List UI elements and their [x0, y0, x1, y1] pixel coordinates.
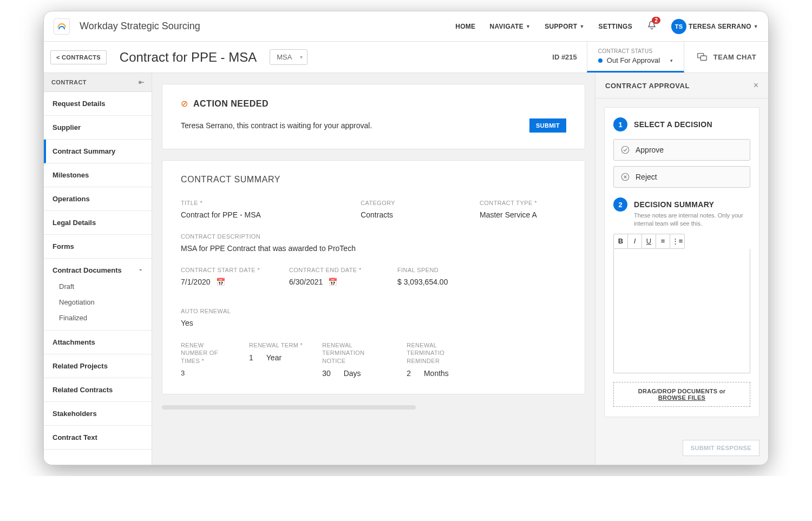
workday-logo — [54, 18, 70, 35]
chevron-down-icon: ⌄ — [139, 266, 143, 274]
submit-button[interactable]: SUBMIT — [529, 118, 566, 133]
sidebar-item-stakeholders[interactable]: Stakeholders — [44, 402, 152, 426]
sidebar-item-operations[interactable]: Operations — [44, 187, 152, 211]
nav-settings[interactable]: SETTINGS — [599, 23, 632, 30]
sidebar-item-forms[interactable]: Forms — [44, 235, 152, 259]
approval-panel-title: CONTRACT APPROVAL — [605, 82, 690, 90]
reject-button[interactable]: Reject — [613, 166, 750, 188]
renewal-notice-unit: Days — [344, 369, 361, 378]
submit-response-button[interactable]: SUBMIT RESPONSE — [683, 440, 759, 456]
sidebar-item-related-projects[interactable]: Related Projects — [44, 354, 152, 378]
renewal-term-num: 1 — [249, 353, 253, 362]
check-circle-icon — [620, 145, 630, 155]
step-2-note: These notes are internal notes. Only you… — [634, 212, 750, 228]
title-value: Contract for PPE - MSA — [181, 210, 339, 219]
step-1-label: SELECT A DECISION — [634, 120, 712, 129]
chevron-down-icon: ▼ — [754, 24, 758, 29]
avatar: TS — [671, 19, 686, 34]
brand-title: Workday Strategic Sourcing — [80, 21, 200, 32]
file-dropzone[interactable]: DRAG/DROP DOCUMENTS or BROWSE FILES — [613, 382, 750, 407]
sidebar-item-contract-documents[interactable]: Contract Documents ⌄ — [44, 259, 152, 279]
sidebar-item-contract-summary[interactable]: Contract Summary — [44, 140, 152, 163]
spend-label: FINAL SPEND — [397, 267, 484, 273]
bold-button[interactable]: B — [614, 234, 628, 248]
page-title: Contract for PPE - MSA — [120, 50, 257, 65]
sidebar-sub-finalized[interactable]: Finalized — [44, 310, 152, 326]
horizontal-scrollbar[interactable] — [162, 405, 416, 410]
sidebar-item-attachments[interactable]: Attachments — [44, 331, 152, 354]
title-label: TITLE * — [181, 200, 339, 206]
type-value: Master Service A — [480, 210, 566, 219]
nav-home[interactable]: HOME — [455, 23, 475, 30]
start-date-label: CONTRACT START DATE * — [181, 267, 267, 273]
renewal-reminder-num: 2 — [407, 369, 411, 378]
dropzone-text: DRAG/DROP DOCUMENTS or — [638, 388, 726, 394]
ordered-list-button[interactable]: ≡ — [656, 234, 670, 248]
renewal-reminder-unit: Months — [424, 369, 449, 378]
renewal-notice-num: 30 — [322, 369, 331, 378]
editor-toolbar: B I U ≡ ⋮≡ — [613, 234, 685, 249]
calendar-icon[interactable]: 📅 — [216, 278, 225, 286]
renew-times-label: RENEW NUMBER OF TIMES * — [181, 341, 230, 365]
sidebar-item-request-details[interactable]: Request Details — [44, 92, 152, 116]
collapse-icon[interactable]: ⇤ — [139, 78, 144, 86]
description-value: MSA for PPE Contract that was awarded to… — [181, 244, 566, 253]
x-circle-icon — [620, 172, 630, 182]
contract-id: ID #215 — [552, 53, 577, 61]
action-needed-card: ⊘ ACTION NEEDED Teresa Serrano, this con… — [162, 84, 585, 149]
browse-files-link[interactable]: BROWSE FILES — [658, 394, 705, 401]
renewal-term-label: RENEWAL TERM * — [249, 341, 303, 349]
svg-point-2 — [621, 146, 629, 154]
sidebar-item-legal-details[interactable]: Legal Details — [44, 211, 152, 235]
sidebar-item-related-contracts[interactable]: Related Contracts — [44, 378, 152, 402]
contract-type-value: MSA — [277, 53, 292, 61]
approve-button[interactable]: Approve — [613, 139, 750, 161]
contract-type-select[interactable]: MSA — [270, 49, 307, 65]
status-caption: CONTRACT STATUS — [598, 48, 673, 54]
team-chat-label: TEAM CHAT — [713, 53, 756, 61]
step-2-badge: 2 — [613, 197, 627, 212]
end-date-value[interactable]: 6/30/2021 — [289, 278, 323, 286]
step-1-badge: 1 — [613, 117, 627, 131]
renewal-term-unit: Year — [266, 353, 281, 362]
user-menu[interactable]: TS TERESA SERRANO ▼ — [671, 19, 758, 34]
unordered-list-button[interactable]: ⋮≡ — [670, 234, 684, 248]
spend-value: $ 3,093,654.00 — [397, 278, 484, 286]
nav-navigate[interactable]: NAVIGATE▼ — [489, 23, 531, 30]
description-label: CONTRACT DESCRIPTION — [181, 233, 566, 240]
sidebar-item-milestones[interactable]: Milestones — [44, 163, 152, 187]
underline-button[interactable]: U — [642, 234, 656, 248]
chevron-down-icon: ▾ — [670, 58, 673, 63]
nav-support-label: SUPPORT — [545, 23, 577, 30]
category-value: Contracts — [361, 210, 458, 219]
sidebar-item-contract-text[interactable]: Contract Text — [44, 426, 152, 450]
action-message: Teresa Serrano, this contract is waiting… — [181, 121, 372, 130]
auto-renewal-value: Yes — [181, 319, 267, 327]
nav-settings-label: SETTINGS — [599, 23, 632, 30]
status-text: Out For Approval — [607, 56, 660, 64]
nav-support[interactable]: SUPPORT▼ — [545, 23, 584, 30]
type-label: CONTRACT TYPE * — [480, 200, 566, 206]
sidebar-item-supplier[interactable]: Supplier — [44, 116, 152, 140]
alert-icon: ⊘ — [181, 98, 188, 109]
status-dot-icon — [598, 58, 603, 63]
back-to-contracts-button[interactable]: < CONTRACTS — [50, 50, 107, 64]
sidebar-heading: CONTRACT ⇤ — [44, 73, 152, 92]
decision-summary-editor[interactable] — [613, 249, 750, 373]
chevron-down-icon: ▼ — [579, 24, 584, 29]
end-date-label: CONTRACT END DATE * — [289, 267, 376, 273]
auto-renewal-label: AUTO RENEWAL — [181, 308, 267, 314]
italic-button[interactable]: I — [628, 234, 642, 248]
subbar: < CONTRACTS Contract for PPE - MSA MSA I… — [44, 42, 768, 73]
calendar-icon[interactable]: 📅 — [328, 278, 337, 286]
main-content: ⊘ ACTION NEEDED Teresa Serrano, this con… — [152, 73, 595, 465]
start-date-value[interactable]: 7/1/2020 — [181, 278, 211, 286]
sidebar-sub-draft[interactable]: Draft — [44, 279, 152, 294]
team-chat-button[interactable]: TEAM CHAT — [684, 51, 768, 63]
contract-summary-card: CONTRACT SUMMARY TITLE * Contract for PP… — [162, 160, 585, 394]
notifications-button[interactable]: 2 — [646, 20, 657, 32]
contract-status-dropdown[interactable]: CONTRACT STATUS Out For Approval ▾ — [587, 42, 684, 72]
renewal-reminder-label: RENEWAL TERMINATIO REMINDER — [407, 341, 472, 365]
close-icon[interactable]: × — [754, 81, 758, 90]
sidebar-sub-negotiation[interactable]: Negotiation — [44, 294, 152, 310]
